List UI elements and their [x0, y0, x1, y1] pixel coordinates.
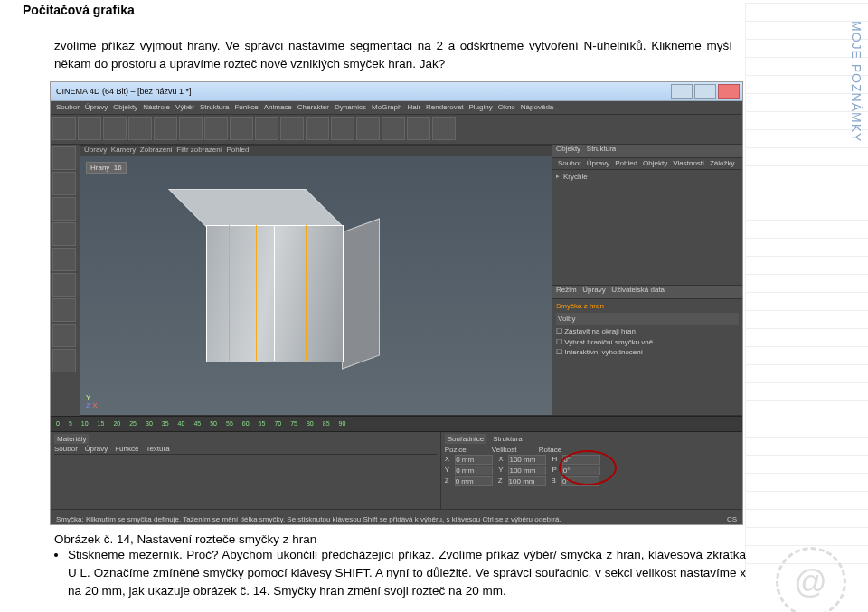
- tab-structure[interactable]: Struktura: [587, 145, 616, 153]
- viewport-3d[interactable]: Úpravy Kamery Zobrazení Filtr zobrazení …: [80, 145, 552, 416]
- right-panels: Objekty Struktura Soubor Úpravy Pohled O…: [552, 145, 742, 416]
- object-label: Krychle: [563, 172, 588, 182]
- tool-button[interactable]: [78, 117, 101, 140]
- mode-button[interactable]: [52, 349, 76, 372]
- tool-button[interactable]: [331, 117, 354, 140]
- mode-button[interactable]: [52, 172, 76, 195]
- window-title: CINEMA 4D (64 Bit) – [bez názvu 1 *]: [56, 87, 192, 96]
- status-bar: Smyčka: Kliknutím se smyčka definuje. Ta…: [51, 509, 742, 525]
- mode-button[interactable]: [52, 146, 76, 170]
- attr-group: Volby: [556, 313, 739, 325]
- tab-objects[interactable]: Objekty: [556, 145, 580, 153]
- mode-button[interactable]: [52, 298, 76, 322]
- menu-item[interactable]: Výběr: [175, 103, 194, 111]
- menu-item[interactable]: Hair: [407, 103, 420, 111]
- paragraph-1: zvolíme příkaz vyjmout hrany. Ve správci…: [54, 37, 732, 74]
- coord-z-pos[interactable]: 0 mm: [455, 476, 493, 486]
- coord-x-pos[interactable]: 0 mm: [455, 455, 493, 465]
- tool-button[interactable]: [204, 117, 228, 140]
- menu-item[interactable]: Struktura: [200, 103, 229, 111]
- menu-item[interactable]: Okno: [498, 103, 515, 111]
- tool-button[interactable]: [306, 117, 329, 140]
- status-text: Smyčka: Kliknutím se smyčka definuje. Ta…: [56, 515, 561, 523]
- bullet-list: Stiskneme mezerník. Proč? Abychom ukonči…: [39, 546, 746, 601]
- viewport-menu: Úpravy Kamery Zobrazení Filtr zobrazení …: [80, 146, 552, 156]
- attr-checkbox[interactable]: ☐ Zastavit na okraji hran: [556, 326, 739, 336]
- tool-button[interactable]: [154, 117, 177, 140]
- object-item-cube[interactable]: Krychle: [556, 172, 739, 182]
- menu-item[interactable]: Renderovat: [426, 103, 463, 111]
- side-label: MOJE POZNÁMKY: [849, 21, 863, 142]
- tool-button[interactable]: [179, 117, 203, 140]
- tool-button[interactable]: [128, 117, 152, 140]
- tool-button[interactable]: [432, 117, 456, 140]
- mode-button[interactable]: [52, 197, 76, 221]
- coord-y-size[interactable]: 100 mm: [508, 466, 546, 475]
- tool-button[interactable]: [52, 117, 76, 140]
- tool-button[interactable]: [103, 117, 127, 140]
- gear-icon: @: [776, 547, 846, 612]
- status-lang: CS: [727, 515, 737, 523]
- figure-screenshot: CINEMA 4D (64 Bit) – [bez názvu 1 *] Sou…: [50, 81, 743, 525]
- tool-button[interactable]: [230, 117, 253, 140]
- viewport-badge: Hrany 16: [86, 162, 127, 174]
- tab-materials[interactable]: Materiály: [54, 434, 89, 444]
- annotation-oval: [559, 450, 617, 485]
- edge-loop: [274, 225, 275, 361]
- menu-item[interactable]: Úpravy: [85, 103, 108, 111]
- coord-x-size[interactable]: 100 mm: [508, 455, 546, 465]
- figure-caption: Obrázek č. 14, Nastavení rozteče smyčky …: [54, 532, 845, 546]
- tool-button[interactable]: [382, 117, 405, 140]
- maximize-button[interactable]: [694, 84, 716, 99]
- attr-checkbox[interactable]: ☐ Vybrat hraniční smyčku vně: [556, 337, 739, 347]
- app-menubar: Soubor Úpravy Objekty Nástroje Výběr Str…: [51, 101, 742, 115]
- bullet-item: Stiskneme mezerník. Proč? Abychom ukonči…: [68, 546, 746, 601]
- materials-panel: Materiály Soubor Úpravy Funkce Textura: [51, 432, 441, 509]
- tab-coords[interactable]: Souřadnice: [445, 434, 486, 444]
- mode-button[interactable]: [52, 273, 76, 297]
- attr-checkbox[interactable]: ☐ Interaktivní vyhodnocení: [556, 347, 739, 357]
- footer-logo: @ SPŠ BRUNTÁL: [769, 547, 852, 612]
- minimize-button[interactable]: [671, 84, 693, 99]
- cube-mesh: [206, 189, 378, 361]
- edge-loop: [256, 225, 257, 361]
- coord-z-size[interactable]: 100 mm: [508, 476, 546, 486]
- tool-button[interactable]: [280, 117, 304, 140]
- menu-item[interactable]: Funkce: [234, 103, 258, 111]
- menu-item[interactable]: Objekty: [113, 103, 137, 111]
- menu-item[interactable]: Dynamics: [335, 103, 366, 111]
- main-toolbar: [51, 115, 742, 145]
- edge-loop: [306, 225, 307, 361]
- coords-panel: Souřadnice Struktura Pozice Velikost Rot…: [441, 432, 742, 509]
- menu-item[interactable]: Pluginy: [468, 103, 492, 111]
- timeline[interactable]: 0 5 10 15 20 25 30 35 40 45 50 55 60 65 …: [51, 416, 742, 432]
- menu-item[interactable]: Charakter: [297, 103, 329, 111]
- menu-item[interactable]: Nápověda: [521, 103, 553, 111]
- menu-item[interactable]: Animace: [264, 103, 292, 111]
- tab-struct[interactable]: Struktura: [490, 434, 524, 444]
- tool-button[interactable]: [356, 117, 380, 140]
- attr-title: Smyčka z hran: [556, 301, 739, 311]
- menu-item[interactable]: Soubor: [56, 103, 80, 111]
- left-toolbar: [51, 145, 80, 416]
- window-titlebar: CINEMA 4D (64 Bit) – [bez názvu 1 *]: [51, 82, 742, 101]
- menu-item[interactable]: Nástroje: [143, 103, 170, 111]
- axis-gizmo: Y Z X: [86, 393, 97, 410]
- mode-button[interactable]: [52, 324, 76, 347]
- mode-button[interactable]: [52, 248, 76, 271]
- menu-item[interactable]: MoGraph: [372, 103, 401, 111]
- edge-loop: [229, 225, 230, 361]
- tool-button[interactable]: [407, 117, 430, 140]
- coord-y-pos[interactable]: 0 mm: [455, 466, 493, 475]
- close-button[interactable]: [718, 84, 740, 99]
- mode-button[interactable]: [52, 222, 76, 246]
- tool-button[interactable]: [255, 117, 278, 140]
- doc-title: Počítačová grafika: [23, 3, 845, 17]
